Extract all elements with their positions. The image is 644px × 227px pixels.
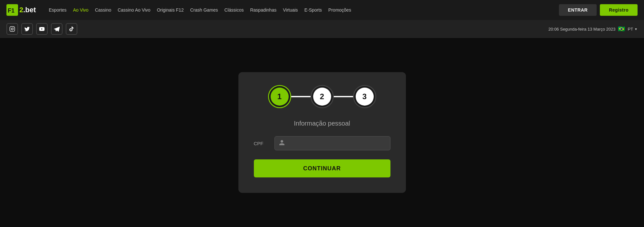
step-3-circle: 3	[356, 88, 374, 106]
step-2-label: 2	[320, 92, 324, 101]
nav-ao-vivo[interactable]: Ao Vivo	[73, 7, 89, 13]
chevron-down-icon: ▼	[634, 27, 638, 31]
nav-links: Esportes Ao Vivo Cassino Cassino Ao Vivo…	[49, 7, 551, 13]
step-connector-1-2	[291, 96, 311, 97]
registro-button[interactable]: Registro	[600, 4, 638, 16]
nav-right-buttons: ENTRAR Registro	[559, 4, 638, 16]
instagram-icon[interactable]	[6, 23, 18, 35]
step-1-circle: 1	[271, 88, 289, 106]
continuar-button[interactable]: CONTINUAR	[254, 159, 390, 177]
entrar-button[interactable]: ENTRAR	[559, 4, 597, 16]
social-icons	[6, 23, 77, 35]
cpf-input[interactable]	[286, 140, 386, 146]
step-2-outer: 2	[311, 85, 334, 108]
svg-text:F1: F1	[8, 7, 14, 14]
social-bar: 20:06 Segunda-feira 13 Março 2023 🇧🇷 PT …	[0, 20, 644, 38]
youtube-icon[interactable]	[36, 23, 48, 35]
registration-modal: 1 2 3 Informação pessoal CPF	[238, 72, 406, 193]
nav-raspadinhas[interactable]: Raspadinhas	[250, 7, 276, 13]
nav-virtuais[interactable]: Virtuais	[283, 7, 298, 13]
cpf-label: CPF	[254, 141, 269, 146]
nav-classicos[interactable]: Clássicos	[225, 7, 244, 13]
nav-originais-f12[interactable]: Originais F12	[157, 7, 184, 13]
telegram-icon[interactable]	[51, 23, 62, 35]
cpf-input-wrapper[interactable]	[274, 136, 390, 150]
step-connector-2-3	[334, 96, 353, 97]
lang-label: PT	[628, 27, 633, 32]
step-1-outer: 1	[268, 85, 291, 108]
nav-crash-games[interactable]: Crash Games	[190, 7, 218, 13]
registration-stepper: 1 2 3	[268, 85, 376, 108]
nav-cassino-ao-vivo[interactable]: Cassino Ao Vivo	[118, 7, 150, 13]
nav-esports[interactable]: E-Sports	[304, 7, 322, 13]
step-3-outer: 3	[353, 85, 376, 108]
nav-cassino[interactable]: Cassino	[95, 7, 111, 13]
datetime-text: 20:06 Segunda-feira 13 Março 2023	[548, 27, 615, 32]
step-3-label: 3	[362, 92, 367, 101]
user-icon	[279, 139, 285, 147]
step-1-label: 1	[277, 92, 282, 101]
datetime-lang: 20:06 Segunda-feira 13 Março 2023 🇧🇷 PT …	[548, 25, 638, 33]
logo[interactable]: F1 2.bet	[6, 4, 36, 16]
top-navigation: F1 2.bet Esportes Ao Vivo Cassino Cassin…	[0, 0, 644, 20]
twitter-icon[interactable]	[21, 23, 33, 35]
svg-point-4	[13, 27, 14, 28]
flag-icon: 🇧🇷	[618, 25, 625, 33]
main-content: 1 2 3 Informação pessoal CPF	[0, 38, 644, 227]
logo-icon: F1	[6, 4, 18, 16]
cpf-row: CPF	[254, 136, 390, 150]
svg-point-3	[11, 28, 13, 30]
logo-text: 2.bet	[19, 6, 36, 14]
nav-esportes[interactable]: Esportes	[49, 7, 66, 13]
nav-promocoes[interactable]: Promoções	[328, 7, 351, 13]
tiktok-icon[interactable]	[66, 23, 77, 35]
svg-rect-2	[10, 27, 15, 32]
form-title: Informação pessoal	[294, 120, 350, 127]
lang-selector[interactable]: PT ▼	[628, 27, 638, 32]
step-2-circle: 2	[313, 88, 331, 106]
